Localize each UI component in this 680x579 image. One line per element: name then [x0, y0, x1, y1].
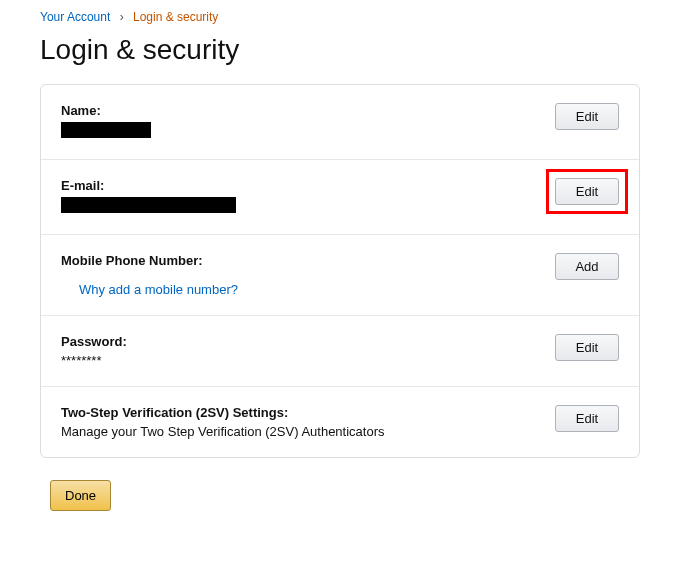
- name-label: Name:: [61, 103, 539, 118]
- password-label: Password:: [61, 334, 539, 349]
- edit-password-button[interactable]: Edit: [555, 334, 619, 361]
- row-phone: Mobile Phone Number: Why add a mobile nu…: [41, 234, 639, 315]
- page-title: Login & security: [40, 34, 640, 66]
- password-value: ********: [61, 353, 539, 368]
- edit-email-button[interactable]: Edit: [555, 178, 619, 205]
- email-value-redacted: [61, 197, 236, 213]
- twostep-sub: Manage your Two Step Verification (2SV) …: [61, 424, 539, 439]
- breadcrumb-separator: ›: [120, 10, 124, 24]
- breadcrumb-root-link[interactable]: Your Account: [40, 10, 110, 24]
- breadcrumb: Your Account › Login & security: [40, 10, 640, 24]
- why-add-mobile-link[interactable]: Why add a mobile number?: [79, 282, 238, 297]
- row-email: E-mail: Edit: [41, 159, 639, 234]
- row-password: Password: ******** Edit: [41, 315, 639, 386]
- add-phone-button[interactable]: Add: [555, 253, 619, 280]
- edit-name-button[interactable]: Edit: [555, 103, 619, 130]
- row-twostep: Two-Step Verification (2SV) Settings: Ma…: [41, 386, 639, 457]
- edit-twostep-button[interactable]: Edit: [555, 405, 619, 432]
- breadcrumb-current: Login & security: [133, 10, 218, 24]
- done-button[interactable]: Done: [50, 480, 111, 511]
- phone-label: Mobile Phone Number:: [61, 253, 539, 268]
- email-edit-highlight: Edit: [546, 169, 628, 214]
- name-value-redacted: [61, 122, 151, 138]
- twostep-label: Two-Step Verification (2SV) Settings:: [61, 405, 539, 420]
- settings-card: Name: Edit E-mail: Edit Mobile Phone Num…: [40, 84, 640, 458]
- row-name: Name: Edit: [41, 85, 639, 159]
- email-label: E-mail:: [61, 178, 539, 193]
